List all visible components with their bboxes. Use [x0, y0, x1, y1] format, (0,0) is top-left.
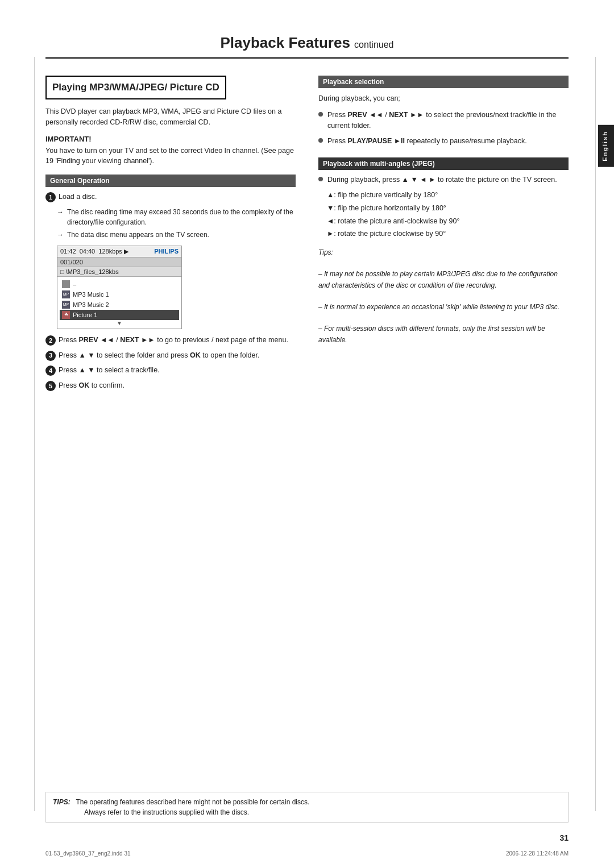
- tip-2: – It is normal to experience an occasion…: [318, 302, 569, 313]
- screen-item-mp3-1: MP3 Music 1: [73, 291, 109, 298]
- step-5: 5 Press OK to confirm.: [45, 380, 296, 391]
- sub-bullet-2: ▼: flip the picture horizontally by 180°: [327, 203, 569, 214]
- screen-mockup: 01:42 04:40 128kbps ▶ PHILIPS 001/020 □ …: [57, 246, 182, 329]
- sub-bullet-4-text: ►: rotate the picture clockwise by 90°: [327, 229, 446, 239]
- step-1: 1 Load a disc.: [45, 192, 296, 202]
- step-2: 2 Press PREV ◄◄ / NEXT ►► to go to previ…: [45, 335, 296, 346]
- tip-3: – For multi-session discs with different…: [318, 323, 569, 345]
- step-2-text: Press PREV ◄◄ / NEXT ►► to go to previou…: [59, 335, 296, 346]
- page-title: Playback Features continued: [45, 34, 569, 59]
- footer-tips-label: TIPS:: [53, 798, 74, 806]
- intro-text: This DVD player can playback MP3, WMA, J…: [45, 106, 296, 128]
- page-number: 31: [559, 833, 569, 842]
- footer-tips-text2: Always refer to the instructions supplie…: [84, 808, 249, 816]
- screen-row-mp3-1: MP MP3 Music 1: [60, 289, 179, 300]
- file-icon-mp3-1: MP: [62, 290, 70, 298]
- important-label: IMPORTANT!: [45, 135, 296, 143]
- right-border: [595, 57, 596, 811]
- sub-bullet-4: ►: rotate the picture clockwise by 90°: [327, 229, 569, 239]
- english-tab: English: [598, 125, 614, 167]
- step-2-num: 2: [45, 335, 56, 346]
- sub-bullet-1: ▲: flip the picture vertically by 180°: [327, 190, 569, 201]
- playback-multi-intro: During playback, press ▲ ▼ ◄ ► to rotate…: [318, 175, 569, 185]
- screen-header: 01:42 04:40 128kbps ▶ PHILIPS: [57, 246, 181, 258]
- file-icon-folder: [62, 280, 70, 288]
- left-border: [34, 57, 35, 811]
- bullet-circle-2: [318, 138, 323, 143]
- footer-tips-box: TIPS: The operating features described h…: [45, 792, 569, 823]
- right-column: Playback selection During playback, you …: [318, 76, 569, 396]
- sub-bullet-1-text: ▲: flip the picture vertically by 180°: [327, 190, 438, 201]
- sub-bullet-3-text: ◄: rotate the picture anti-clockwise by …: [327, 216, 459, 227]
- footer-date-info: 2006-12-28 11:24:48 AM: [506, 850, 569, 857]
- file-icon-mp3-2: MP: [62, 301, 70, 309]
- screen-row-mp3-2: MP MP3 Music 2: [60, 300, 179, 310]
- arrow-sym-2: →: [57, 230, 64, 240]
- tip-1: – It may not be possible to play certain…: [318, 269, 569, 290]
- playback-multi-intro-text: During playback, press ▲ ▼ ◄ ► to rotate…: [327, 175, 557, 185]
- step-4-num: 4: [45, 366, 56, 376]
- screen-item-dash: –: [73, 281, 76, 288]
- screen-row-pic-1: ☘ Picture 1: [60, 310, 179, 320]
- step-3-num: 3: [45, 351, 56, 361]
- two-col-layout: Playing MP3/WMA/JPEG/ Picture CD This DV…: [45, 76, 569, 396]
- tips-label: Tips:: [318, 247, 569, 258]
- general-op-heading: General Operation: [45, 175, 296, 187]
- screen-item-pic-1: Picture 1: [73, 312, 97, 318]
- playback-selection-intro: During playback, you can;: [318, 93, 569, 104]
- bullet-circle-multi: [318, 177, 323, 181]
- tips-section: Tips: – It may not be possible to play c…: [318, 247, 569, 346]
- playback-bullet-2-text: Press PLAY/PAUSE ►II repeatedly to pause…: [327, 136, 527, 147]
- page-title-continued: continued: [354, 40, 393, 49]
- screen-track: 001/020: [57, 258, 181, 267]
- playback-bullet-1: Press PREV ◄◄ / NEXT ►► to select the pr…: [318, 110, 569, 131]
- screen-body: – MP MP3 Music 1 MP MP3 Music 2 ☘ Pictur…: [57, 277, 181, 329]
- sub-bullet-3: ◄: rotate the picture anti-clockwise by …: [327, 216, 569, 227]
- playback-selection-section: Playback selection During playback, you …: [318, 76, 569, 146]
- screen-folder: □ \MP3_files_128kbs: [57, 267, 181, 277]
- playback-multi-heading: Playback with multi-angles (JPEG): [318, 157, 569, 170]
- step-1-num: 1: [45, 192, 56, 202]
- step-4: 4 Press ▲ ▼ to select a track/file.: [45, 365, 296, 376]
- screen-philips: PHILIPS: [154, 248, 179, 255]
- page-title-text: Playback Features: [221, 34, 350, 51]
- playback-bullet-1-text: Press PREV ◄◄ / NEXT ►► to select the pr…: [327, 110, 569, 131]
- screen-time: 01:42 04:40 128kbps ▶: [60, 248, 128, 255]
- bullet-circle-1: [318, 112, 323, 117]
- screen-row-dash: –: [60, 279, 179, 289]
- arrow-item-1: → The disc reading time may exceed 30 se…: [57, 207, 296, 227]
- footer-tips-text: The operating features described here mi…: [76, 798, 309, 806]
- scroll-arrow: ▼: [60, 320, 179, 326]
- step-5-text: Press OK to confirm.: [59, 380, 296, 391]
- screen-item-mp3-2: MP3 Music 2: [73, 301, 109, 308]
- sub-bullet-2-text: ▼: flip the picture horizontally by 180°: [327, 203, 446, 214]
- playback-bullet-2: Press PLAY/PAUSE ►II repeatedly to pause…: [318, 136, 569, 147]
- arrow-sym-1: →: [57, 207, 64, 217]
- step-1-text: Load a disc.: [59, 192, 296, 202]
- important-text: You have to turn on your TV and set to t…: [45, 146, 296, 167]
- arrow-item-2: → The data disc menu appears on the TV s…: [57, 230, 296, 240]
- step-5-num: 5: [45, 381, 56, 391]
- file-icon-pic-1: ☘: [62, 311, 70, 319]
- step-3-text: Press ▲ ▼ to select the folder and press…: [59, 350, 296, 361]
- footer-file-info: 01-53_dvp3960_37_eng2.indd 31: [45, 850, 131, 857]
- arrow-text-2: The data disc menu appears on the TV scr…: [67, 230, 209, 240]
- step-3: 3 Press ▲ ▼ to select the folder and pre…: [45, 350, 296, 361]
- playback-selection-heading: Playback selection: [318, 76, 569, 88]
- page: English Playback Features continued Play…: [0, 0, 614, 868]
- arrow-text-1: The disc reading time may exceed 30 seco…: [67, 207, 296, 227]
- step-4-text: Press ▲ ▼ to select a track/file.: [59, 365, 296, 376]
- playback-multi-section: Playback with multi-angles (JPEG) During…: [318, 157, 569, 345]
- left-column: Playing MP3/WMA/JPEG/ Picture CD This DV…: [45, 76, 296, 396]
- playing-heading: Playing MP3/WMA/JPEG/ Picture CD: [45, 76, 226, 99]
